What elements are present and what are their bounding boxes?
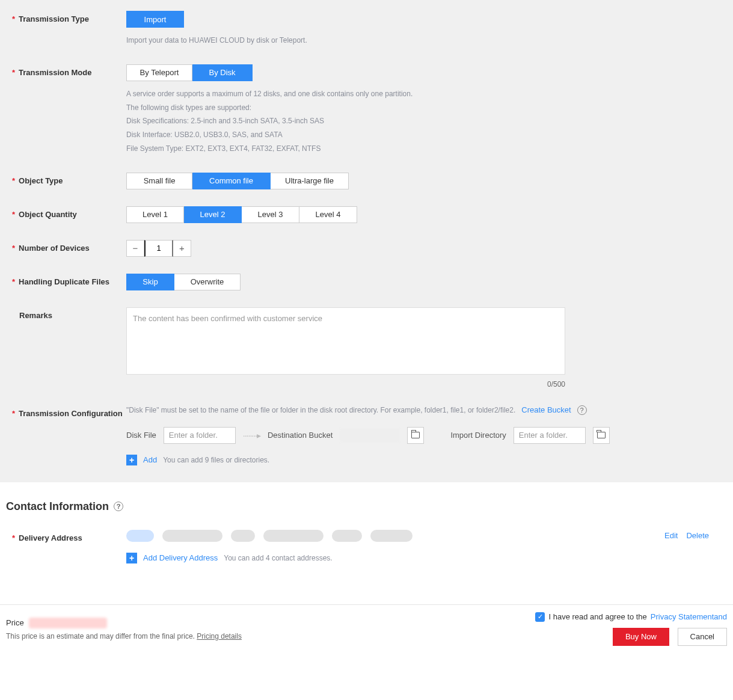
dup-label: Handling Duplicate Files: [19, 277, 109, 286]
tconf-add-link[interactable]: Add: [143, 455, 157, 464]
buy-now-button[interactable]: Buy Now: [613, 628, 669, 646]
devices-stepper: − +: [126, 240, 191, 257]
devices-label: Number of Devices: [19, 244, 90, 253]
create-bucket-link[interactable]: Create Bucket: [521, 405, 571, 414]
dest-bucket-value: [340, 428, 400, 443]
folder-icon: [597, 432, 606, 438]
object-qty-label: Object Quantity: [19, 210, 77, 219]
price-hint: This price is an estimate and may differ…: [6, 632, 197, 640]
addr-edit-link[interactable]: Edit: [664, 531, 678, 540]
devices-minus[interactable]: −: [126, 240, 144, 257]
price-label: Price: [6, 618, 24, 627]
agree-checkbox[interactable]: ✓: [535, 612, 545, 622]
devices-plus[interactable]: +: [173, 240, 191, 257]
import-dir-label: Import Directory: [450, 431, 506, 440]
tconf-label: Transmission Configuration: [19, 409, 123, 418]
dest-bucket-picker[interactable]: [407, 427, 424, 444]
qty-l4[interactable]: Level 4: [299, 206, 357, 223]
pricing-details-link[interactable]: Pricing details: [197, 632, 242, 640]
help-icon[interactable]: ?: [577, 405, 587, 415]
objtype-ultra[interactable]: Ultra-large file: [271, 173, 349, 189]
remarks-textarea[interactable]: [126, 307, 565, 375]
help-icon[interactable]: ?: [114, 502, 123, 511]
qty-l2[interactable]: Level 2: [184, 206, 242, 223]
transmission-mode-label: Transmission Mode: [19, 68, 91, 77]
qty-l3[interactable]: Level 3: [242, 206, 299, 223]
transmission-type-label: Transmission Type: [19, 14, 89, 23]
transmission-mode-hint: A service order supports a maximum of 12…: [126, 87, 727, 156]
privacy-link[interactable]: Privacy Statementand: [651, 612, 727, 621]
disk-file-label: Disk File: [126, 431, 156, 440]
mode-teleport[interactable]: By Teleport: [126, 64, 192, 81]
remarks-counter: 0/500: [126, 380, 565, 388]
add-address-hint: You can add 4 contact addresses.: [224, 554, 332, 562]
tconf-add-hint: You can add 9 files or directories.: [163, 456, 269, 464]
delivery-address-value: [126, 530, 413, 542]
transmission-type-hint: Import your data to HUAWEI CLOUD by disk…: [126, 34, 727, 48]
import-dir-picker[interactable]: [593, 427, 610, 444]
price-value: [29, 618, 107, 628]
devices-value[interactable]: [144, 240, 173, 257]
plus-icon: +: [126, 455, 137, 465]
objtype-small[interactable]: Small file: [126, 173, 192, 189]
tconf-desc: "Disk File" must be set to the name of t…: [126, 406, 515, 414]
import-dir-input[interactable]: [514, 427, 586, 444]
cancel-button[interactable]: Cancel: [678, 628, 727, 646]
contact-title: Contact Information: [6, 500, 109, 513]
objtype-common[interactable]: Common file: [192, 173, 271, 189]
disk-file-input[interactable]: [164, 427, 236, 444]
dup-overwrite[interactable]: Overwrite: [174, 274, 241, 290]
qty-l1[interactable]: Level 1: [126, 206, 184, 223]
agree-text: I have read and agree to the: [548, 612, 646, 621]
addr-delete-link[interactable]: Delete: [686, 531, 709, 540]
folder-icon: [411, 432, 420, 438]
add-address-link[interactable]: Add Delivery Address: [143, 553, 218, 562]
transmission-type-import[interactable]: Import: [126, 11, 184, 28]
dest-bucket-label: Destination Bucket: [268, 431, 333, 440]
delivery-label: Delivery Address: [19, 533, 82, 542]
mode-disk[interactable]: By Disk: [192, 64, 253, 81]
remarks-label: Remarks: [19, 311, 52, 320]
object-type-label: Object Type: [19, 176, 63, 185]
arrow-icon: ········▸: [243, 431, 260, 440]
dup-skip[interactable]: Skip: [126, 274, 174, 290]
plus-icon: +: [126, 553, 137, 563]
